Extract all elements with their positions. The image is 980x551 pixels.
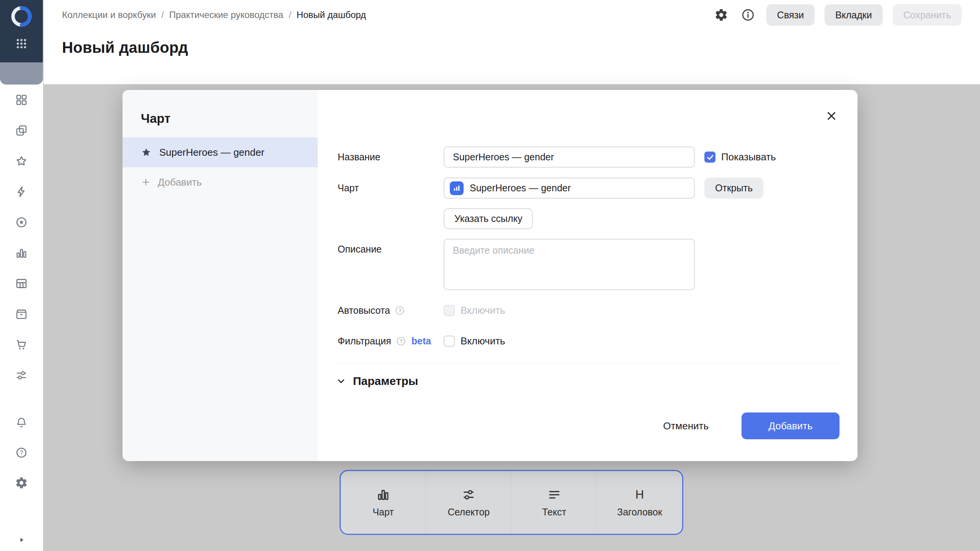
toolbar-item-heading[interactable]: H Заголовок [597,471,682,534]
dialog-footer: Отменить Добавить [652,412,840,439]
datalens-logo-icon [10,5,33,28]
help-icon[interactable]: ? [395,305,405,316]
services-icon[interactable] [15,369,28,382]
datalens-logo[interactable] [10,5,33,28]
toolbar-item-label: Селектор [448,507,490,518]
text-icon [547,487,561,502]
svg-text:?: ? [20,450,23,456]
monitoring-icon[interactable] [15,216,28,229]
show-checkbox[interactable] [704,152,715,163]
logo-tail [0,62,43,85]
help-icon[interactable]: ? [15,446,28,459]
page-title: Новый дашборд [62,39,980,56]
chart-select-value: SuperHeroes — gender [470,183,571,194]
autoheight-checkbox-row: Включить [444,300,505,321]
sidebar-nav [0,93,43,382]
marketplace-icon[interactable] [15,338,28,351]
sidebar-bottom-nav: ? [0,416,43,489]
tabs-button[interactable]: Вкладки [825,4,883,26]
heading-icon: H [635,487,644,502]
name-input[interactable] [444,147,695,168]
show-checkbox-row[interactable]: Показывать [704,147,776,168]
chart-icon [376,487,390,502]
save-button: Сохранить [893,4,962,26]
editor-icon[interactable] [15,185,28,198]
dialog-form: Название Показывать Чарт SuperHeroes — g… [318,90,858,461]
sidebar: ? [0,0,43,551]
help-icon[interactable]: ? [396,336,406,346]
description-label: Описание [338,239,382,260]
add-chart-button[interactable]: Добавить [122,167,318,197]
plus-icon [141,177,151,187]
breadcrumb-workbook[interactable]: Практические руководства [169,10,283,20]
specify-link-button[interactable]: Указать ссылку [444,208,533,229]
toolbar-item-label: Чарт [372,507,394,518]
name-label: Название [338,147,381,168]
header-row: Коллекции и воркбуки / Практические руко… [44,0,980,30]
filtering-checkbox-row[interactable]: Включить [444,331,505,352]
star-icon [141,147,152,158]
chart-select[interactable]: SuperHeroes — gender [444,178,695,199]
svg-text:?: ? [399,308,401,313]
chevron-down-icon [335,375,347,387]
info-icon[interactable] [740,7,756,23]
chart-label: Чарт [338,178,359,199]
collapse-icon[interactable] [0,535,43,545]
app-switcher-icon[interactable] [15,37,28,50]
dialog-left-panel: Чарт SuperHeroes — gender Добавить [122,90,318,461]
chart-type-icon [450,181,464,195]
description-textarea[interactable] [444,239,695,290]
autoheight-label-row: Автовысота ? [338,300,405,321]
chart-list-item-label: SuperHeroes — gender [159,147,265,158]
open-chart-button[interactable]: Открыть [704,178,763,199]
description-field-wrap [444,239,695,290]
params-section-toggle[interactable]: Параметры [335,371,418,391]
beta-badge: beta [412,336,431,347]
filtering-checkbox-label: Включить [461,335,505,347]
chart-field-wrap: SuperHeroes — gender [444,178,695,199]
autoheight-checkbox [444,305,455,316]
close-icon[interactable] [823,108,840,124]
selector-icon [462,487,475,502]
favorites-icon[interactable] [15,155,28,168]
show-checkbox-label: Показывать [721,151,776,163]
breadcrumb: Коллекции и воркбуки / Практические руко… [62,10,366,20]
breadcrumb-separator: / [161,10,164,20]
svg-text:?: ? [400,338,402,344]
breadcrumb-current: Новый дашборд [297,10,366,20]
notifications-icon[interactable] [15,416,28,429]
add-button[interactable]: Добавить [742,412,840,439]
name-field-wrap [444,147,695,168]
params-section-label: Параметры [353,375,418,388]
header-actions: Связи Вкладки Сохранить [713,4,962,26]
autoheight-checkbox-label: Включить [461,305,505,316]
add-chart-label: Добавить [158,176,202,188]
logo-block [0,0,43,62]
toolbar-item-label: Текст [542,507,566,518]
collections-icon[interactable] [15,124,28,137]
toolbar-item-label: Заголовок [617,507,662,518]
widget-toolbar: Чарт Селектор Текст H Заголовок [340,470,683,535]
chart-list-item[interactable]: SuperHeroes — gender [122,137,318,167]
connections-icon[interactable] [15,308,28,321]
settings-icon[interactable] [15,476,28,489]
breadcrumb-separator: / [289,10,291,20]
check-icon [706,153,714,161]
filtering-label-row: Фильтрация ? beta [338,331,431,352]
charts-icon[interactable] [15,246,28,259]
toolbar-item-chart[interactable]: Чарт [341,471,426,534]
dashboards-icon[interactable] [15,93,28,106]
dialog-panel-title: Чарт [141,111,318,126]
cancel-button[interactable]: Отменить [652,412,720,439]
topbar: Коллекции и воркбуки / Практические руко… [44,0,980,84]
add-chart-dialog: Чарт SuperHeroes — gender Добавить Назва… [122,90,858,461]
toolbar-item-text[interactable]: Текст [511,471,597,534]
filtering-checkbox[interactable] [444,336,455,347]
settings-icon[interactable] [713,7,730,23]
toolbar-item-selector[interactable]: Селектор [426,471,511,534]
links-button[interactable]: Связи [766,4,815,26]
section-divider [338,363,839,364]
breadcrumb-collections[interactable]: Коллекции и воркбуки [62,10,156,20]
datasets-icon[interactable] [15,277,28,290]
